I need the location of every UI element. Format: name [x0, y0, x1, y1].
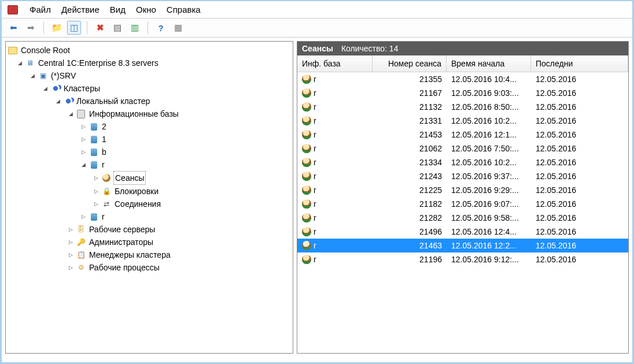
user-avatar-icon	[302, 130, 311, 139]
table-row[interactable]: r2135512.05.2016 10:4...12.05.2016	[297, 72, 628, 86]
help-button[interactable]: ?	[154, 21, 168, 35]
cell-last: 12.05.2016	[531, 213, 628, 222]
user-avatar-icon	[302, 241, 311, 250]
node-work-proc[interactable]: ▷ ⚙ Рабочие процессы	[7, 261, 292, 274]
collapse-icon[interactable]: ◢	[16, 60, 23, 66]
table-row[interactable]: r2133112.05.2016 10:2...12.05.2016	[297, 114, 628, 128]
node-local-cluster[interactable]: ◢ Локальный кластер	[7, 95, 292, 107]
cell-session-no: 21132	[373, 102, 447, 112]
back-button[interactable]: ⬅	[6, 21, 20, 35]
menubar: Файл Действие Вид Окно Справка	[2, 1, 632, 18]
grid-body[interactable]: r2135512.05.2016 10:4...12.05.2016r21167…	[297, 72, 628, 353]
cell-infobase: r	[314, 158, 316, 167]
expand-icon[interactable]: ▷	[67, 239, 74, 246]
node-sessions[interactable]: ▷ Сеансы	[7, 171, 292, 185]
user-avatar-icon	[302, 255, 311, 264]
menu-view[interactable]: Вид	[110, 5, 126, 14]
gears-icon	[51, 84, 60, 93]
expand-icon[interactable]: ▷	[80, 148, 87, 155]
list-button[interactable]: ▦	[171, 21, 185, 35]
node-work-servers[interactable]: ▷ 🗄 Рабочие серверы	[7, 223, 292, 236]
cell-session-no: 21062	[373, 144, 447, 153]
menu-window[interactable]: Окно	[136, 5, 156, 14]
forward-button[interactable]: ➡	[24, 21, 38, 35]
folder-icon	[8, 47, 17, 54]
user-avatar-icon	[302, 185, 311, 195]
node-locks[interactable]: ▷ 🔒 Блокировки	[7, 185, 292, 198]
menu-action[interactable]: Действие	[61, 5, 99, 14]
node-srv[interactable]: ◢ ▣ (*)SRV	[7, 69, 292, 82]
tree-label: Рабочие процессы	[88, 261, 161, 274]
expand-icon[interactable]: ▷	[67, 226, 74, 233]
table-row[interactable]: r2149612.05.2016 12:4...12.05.2016	[297, 225, 628, 239]
col-last[interactable]: Последни	[531, 55, 628, 72]
table-row[interactable]: r2124312.05.2016 9:37:...12.05.2016	[297, 169, 628, 183]
node-connections[interactable]: ▷ ⇄ Соединения	[7, 198, 292, 210]
cell-session-no: 21331	[373, 116, 447, 125]
node-infobases[interactable]: ◢ Информационные базы	[7, 107, 292, 120]
tree-label: Console Root	[20, 44, 71, 57]
node-db-2[interactable]: ▷ 2	[7, 120, 292, 133]
separator	[87, 21, 87, 34]
collapse-icon[interactable]: ◢	[42, 85, 49, 92]
cell-session-no: 21355	[373, 75, 447, 84]
cell-session-no: 21243	[373, 172, 447, 181]
collapse-icon[interactable]: ◢	[29, 72, 36, 79]
tree-label: b	[101, 146, 108, 158]
col-start-time[interactable]: Время начала	[447, 55, 531, 72]
node-console-root[interactable]: Console Root	[7, 44, 292, 57]
cell-session-no: 21453	[373, 130, 447, 139]
node-db-1[interactable]: ▷ 1	[7, 133, 292, 146]
expand-icon[interactable]: ▷	[93, 188, 99, 195]
expand-icon[interactable]: ▷	[67, 264, 74, 271]
tree[interactable]: Console Root ◢ 🖥 Central 1C:Enterprise 8…	[6, 42, 293, 276]
table-row[interactable]: r2113212.05.2016 8:50:...12.05.2016	[297, 100, 628, 114]
collapse-icon[interactable]: ◢	[54, 98, 61, 105]
expand-icon[interactable]: ▷	[80, 136, 87, 143]
table-row[interactable]: r2116712.05.2016 9:03:...12.05.2016	[297, 86, 628, 100]
database-icon	[76, 109, 86, 118]
menu-file[interactable]: Файл	[30, 5, 51, 14]
collapse-icon[interactable]: ◢	[80, 161, 87, 168]
node-db-b[interactable]: ▷ b	[7, 146, 292, 158]
col-infobase[interactable]: Инф. база	[297, 55, 373, 72]
cell-last: 12.05.2016	[531, 158, 628, 167]
table-row[interactable]: r2133412.05.2016 10:2...12.05.2016	[297, 155, 628, 169]
collapse-icon[interactable]: ◢	[67, 110, 74, 117]
table-row[interactable]: r2119612.05.2016 9:12:...12.05.2016	[297, 252, 628, 266]
menu-help[interactable]: Справка	[167, 5, 201, 14]
grid-header: Сеансы Количество: 14	[297, 42, 628, 55]
col-session-no[interactable]: Номер сеанса	[373, 55, 447, 72]
expand-icon[interactable]: ▷	[80, 213, 87, 220]
properties-button[interactable]: ▤	[110, 21, 124, 35]
expand-icon[interactable]: ▷	[93, 174, 99, 181]
cell-infobase: r	[314, 102, 316, 112]
cell-session-no: 21167	[373, 88, 447, 98]
node-admins[interactable]: ▷ 🔑 Администраторы	[7, 236, 292, 248]
cell-last: 12.05.2016	[531, 75, 628, 84]
node-db-r2[interactable]: ▷ r	[7, 210, 292, 223]
export-button[interactable]: ▥	[128, 21, 142, 35]
table-row[interactable]: r2106212.05.2016 7:50:...12.05.2016	[297, 142, 628, 155]
table-row[interactable]: r2122512.05.2016 9:29:...12.05.2016	[297, 183, 628, 197]
node-central[interactable]: ◢ 🖥 Central 1C:Enterprise 8.3 servers	[7, 57, 292, 69]
tree-label: Соединения	[113, 198, 162, 210]
cell-last: 12.05.2016	[531, 185, 628, 195]
table-row[interactable]: r2128212.05.2016 9:58:...12.05.2016	[297, 211, 628, 225]
up-button[interactable]: 📁	[50, 21, 64, 35]
node-managers[interactable]: ▷ 📋 Менеджеры кластера	[7, 248, 292, 261]
node-clusters[interactable]: ◢ Кластеры	[7, 82, 292, 95]
delete-button[interactable]: ✖	[93, 21, 107, 35]
expand-icon[interactable]: ▷	[67, 251, 74, 258]
separator	[43, 21, 44, 34]
grid-count: Количество: 14	[341, 44, 399, 53]
cell-session-no: 21463	[373, 241, 447, 250]
show-tree-button[interactable]: ◫	[67, 21, 81, 35]
expand-icon[interactable]: ▷	[93, 200, 99, 207]
table-row[interactable]: r2145312.05.2016 12:1...12.05.2016	[297, 128, 628, 142]
node-db-r[interactable]: ◢ r	[7, 158, 292, 171]
cell-start-time: 12.05.2016 8:50:...	[447, 102, 531, 112]
table-row[interactable]: r2118212.05.2016 9:07:...12.05.2016	[297, 197, 628, 211]
expand-icon[interactable]: ▷	[80, 123, 87, 130]
table-row[interactable]: r2146312.05.2016 12:2...12.05.2016	[297, 239, 628, 252]
